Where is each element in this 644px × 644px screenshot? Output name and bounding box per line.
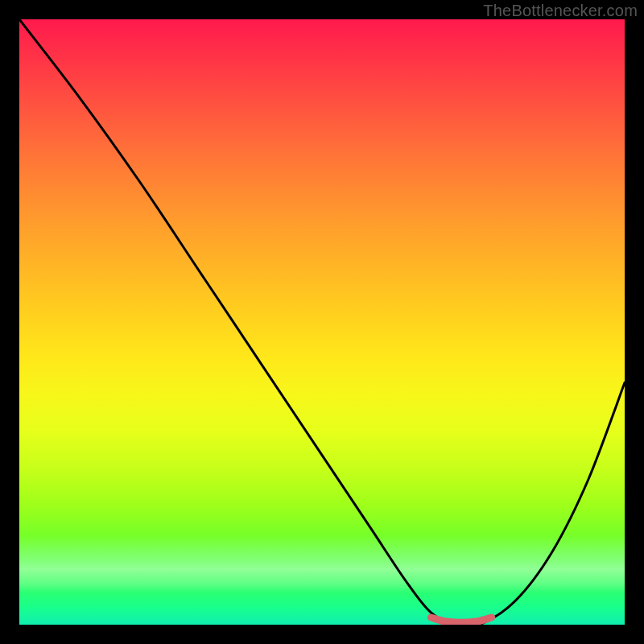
watermark-text: TheBottlenecker.com xyxy=(483,2,638,20)
chart-frame xyxy=(19,19,625,625)
chart-background-gradient xyxy=(19,19,625,625)
